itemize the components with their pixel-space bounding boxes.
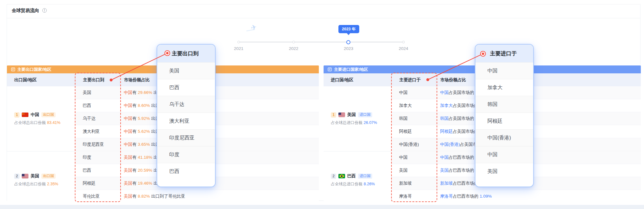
- importer-name: 美国: [347, 112, 356, 118]
- export-popup: 主要出口到 美国 巴西 乌干达 澳大利亚 印度尼西亚 印度 巴西: [157, 44, 216, 187]
- share-cell: 加拿大占美国市场的: [436, 103, 641, 108]
- dest-cell: 印度: [75, 155, 119, 160]
- global-share-value: 83.41%: [47, 120, 60, 125]
- rank-badge: 1: [14, 112, 20, 118]
- col-header-importer: 进口国/地区: [324, 73, 391, 86]
- share-cell: 美国有8.82%出口到了哥伦比亚: [119, 194, 319, 199]
- timeline-label-2021[interactable]: 2021: [229, 46, 248, 51]
- timeline-tick-2021[interactable]: [237, 41, 240, 43]
- global-share-line: 占全球总出口份额83.41%: [14, 120, 75, 126]
- popup-item: 韩国: [475, 96, 533, 113]
- popup-item: 加拿大: [475, 79, 533, 96]
- dest-cell: 阿根廷: [75, 181, 119, 186]
- share-cell: 美国占巴西市场的: [436, 168, 641, 173]
- import-popup-title: 主要进口于: [475, 45, 533, 62]
- share-cell: 中国(香港)占美国市场的: [436, 142, 641, 147]
- popup-item: 中国: [475, 62, 533, 79]
- share-cell: 中国有5.62%出口到了澳大利亚: [119, 129, 319, 134]
- table-list-icon: [328, 67, 332, 71]
- rank-badge: 2: [331, 174, 336, 179]
- exporter-tag: 出口国: [41, 174, 56, 179]
- rank-badge: 2: [14, 174, 20, 179]
- table-list-icon: [11, 67, 15, 71]
- timeline-handle-2023[interactable]: [346, 40, 350, 44]
- exporter-group-china: 1 中国 出口国 占全球总出口份额83.41%: [7, 86, 75, 151]
- col-header-imports-from: 主要进口于: [391, 73, 436, 86]
- dest-cell: 澳大利亚: [75, 129, 119, 134]
- popup-item: 中国(香港): [475, 129, 533, 146]
- popup-item: 阿根廷: [475, 113, 533, 129]
- dest-cell: 印度尼西亚: [75, 142, 119, 147]
- bottom-strip: [0, 205, 644, 209]
- exporter-name: 美国: [31, 173, 39, 179]
- dest-cell: 美国: [75, 90, 119, 95]
- source-cell: 加拿大: [391, 103, 436, 108]
- timeline-tick-2024[interactable]: [402, 41, 405, 43]
- timeline-label-2024[interactable]: 2024: [394, 46, 413, 51]
- share-cell: 新加坡占巴西市场的: [436, 181, 641, 186]
- timeline-label-2023[interactable]: 2023: [339, 46, 358, 51]
- import-table-title: 主要进口国家/地区: [334, 67, 368, 72]
- title-divider: [7, 18, 641, 18]
- popup-item: 印度尼西亚: [157, 129, 215, 146]
- table-row: 摩洛哥摩洛哥占巴西市场的1.09%: [391, 190, 641, 201]
- col-header-exporter: 出口国/地区: [7, 73, 75, 86]
- share-cell: 中国有5.92%出口到了乌干达: [119, 116, 319, 121]
- dest-cell: 巴西: [75, 168, 119, 173]
- share-cell: 美国有20.59%出口到了巴西: [119, 168, 319, 173]
- source-cell: 摩洛哥: [391, 194, 436, 199]
- col-header-market-share: 市场份额占比: [436, 73, 641, 86]
- source-cell: 中国: [391, 90, 436, 95]
- source-cell: 新加坡: [391, 181, 436, 186]
- popup-item: 中国: [475, 146, 533, 163]
- importer-tag: 进口国: [358, 112, 372, 118]
- global-share-line: 占全球总进口份额26.07%: [331, 120, 391, 126]
- share-cell: 美国有41.18%出口到了印度: [119, 155, 319, 160]
- timeline-track[interactable]: [239, 42, 403, 42]
- global-share-value: 8.26%: [364, 182, 375, 186]
- brazil-flag-icon: [338, 174, 345, 178]
- importer-name: 巴西: [347, 173, 356, 179]
- usa-flag-icon: [22, 174, 28, 178]
- source-cell: 韩国: [391, 116, 436, 121]
- exporter-group-usa: 2 美国 出口国 占全球总出口份额2.35%: [7, 151, 75, 201]
- dest-cell: 哥伦比亚: [75, 194, 119, 199]
- share-cell: 韩国占美国市场的: [436, 116, 641, 121]
- global-share-value: 26.07%: [364, 120, 377, 125]
- source-cell: 阿根廷: [391, 129, 436, 134]
- popup-item: 美国: [475, 163, 533, 180]
- importer-group-usa: 1 美国 进口国 占全球总进口份额26.07%: [324, 86, 391, 151]
- importer-tag: 进口国: [358, 174, 372, 179]
- source-cell: 美国: [391, 168, 436, 173]
- timeline-tick-2022[interactable]: [292, 41, 295, 43]
- table-row: 哥伦比亚美国有8.82%出口到了哥伦比亚: [75, 190, 319, 201]
- export-table-title: 主要出口国家/地区: [17, 67, 51, 72]
- dest-cell: 乌干达: [75, 116, 119, 121]
- timeline-label-2022[interactable]: 2022: [284, 46, 303, 51]
- share-cell: 中国占巴西市场的: [436, 155, 641, 160]
- popup-item: 乌干达: [157, 96, 215, 113]
- global-share-line: 占全球总进口份额8.26%: [331, 181, 391, 187]
- global-share-value: 2.35%: [47, 182, 58, 186]
- import-popup: 主要进口于 中国 加拿大 韩国 阿根廷 中国(香港) 中国 美国: [475, 44, 534, 187]
- china-flag-icon: [22, 113, 28, 117]
- col-header-market-share: 市场份额占比: [119, 73, 319, 86]
- popup-item: 美国: [157, 62, 215, 79]
- popup-item: 巴西: [157, 163, 215, 180]
- export-popup-title: 主要出口到: [157, 45, 215, 62]
- share-cell: 中国有3.65%出口到了印度尼西亚: [119, 142, 319, 147]
- timeline-badge-arrow: [347, 33, 350, 35]
- share-cell: 中国有8.60%出口到了巴西: [119, 103, 319, 108]
- importer-group-brazil: 2 巴西 进口国 占全球总进口份额8.26%: [324, 151, 391, 201]
- global-share-line: 占全球总出口份额2.35%: [14, 181, 75, 187]
- info-icon[interactable]: !: [42, 8, 47, 13]
- source-cell: 中国(香港): [391, 142, 436, 147]
- share-cell: 阿根廷占美国市场的: [436, 129, 641, 134]
- popup-item: 巴西: [157, 79, 215, 96]
- page-title: 全球贸易流向: [12, 8, 39, 14]
- share-cell: 中国占美国市场的: [436, 90, 641, 95]
- share-cell: 摩洛哥占巴西市场的1.09%: [436, 194, 641, 199]
- exporter-name: 中国: [31, 112, 39, 118]
- popup-item: 印度: [157, 146, 215, 163]
- col-header-exports-to: 主要出口到: [75, 73, 119, 86]
